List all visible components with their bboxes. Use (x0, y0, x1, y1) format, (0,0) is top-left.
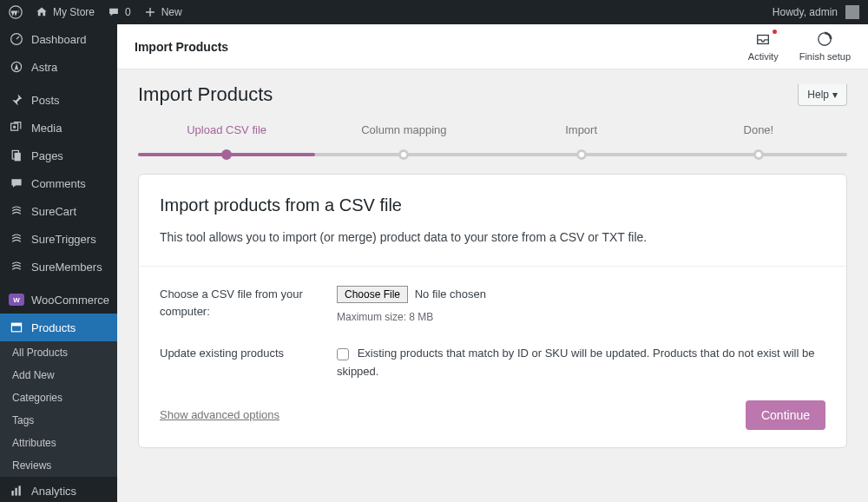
step-mapping: Column mapping (315, 123, 492, 149)
import-card: Import products from a CSV file This too… (138, 174, 847, 448)
sidebar-label: Posts (31, 94, 60, 107)
submenu-tags[interactable]: Tags (0, 409, 117, 432)
sidebar-item-dashboard[interactable]: Dashboard (0, 24, 117, 53)
help-tab[interactable]: Help ▾ (798, 84, 847, 106)
svg-rect-9 (15, 488, 16, 496)
step-dot-2 (398, 149, 409, 160)
howdy-label: Howdy, admin (773, 6, 838, 18)
submenu-reviews[interactable]: Reviews (0, 454, 117, 477)
site-name-link[interactable]: My Store (35, 5, 95, 19)
sidebar-item-analytics[interactable]: Analytics (0, 477, 117, 502)
sidebar-label: WooCommerce (31, 294, 109, 307)
sidebar-item-suretriggers[interactable]: SureTriggers (0, 225, 117, 253)
plus-icon (143, 5, 157, 19)
comment-icon (9, 175, 24, 191)
svg-rect-8 (11, 491, 13, 496)
woocommerce-icon: W (9, 292, 24, 307)
divider (139, 266, 846, 267)
sidebar-item-comments[interactable]: Comments (0, 169, 117, 197)
sidebar-label: Media (31, 122, 62, 135)
inbox-icon (755, 31, 771, 49)
suretriggers-icon (9, 231, 24, 247)
max-size-hint: Maximum size: 8 MB (337, 309, 825, 326)
pin-icon (9, 92, 24, 108)
header-title: Import Products (135, 40, 228, 54)
card-description: This tool allows you to import (or merge… (160, 228, 825, 247)
svg-point-3 (13, 126, 16, 129)
submenu-attributes[interactable]: Attributes (0, 432, 117, 454)
admin-bar: My Store 0 New Howdy, admin (0, 0, 868, 24)
step-dot-3 (576, 149, 587, 160)
sidebar-label: SureCart (31, 205, 76, 218)
sidebar-label: Analytics (31, 485, 76, 498)
submenu-all-products[interactable]: All Products (0, 341, 117, 364)
account-link[interactable]: Howdy, admin (773, 5, 859, 19)
products-icon (9, 320, 24, 335)
help-label: Help (807, 89, 829, 101)
sidebar-label: SureTriggers (31, 233, 96, 246)
site-name-label: My Store (53, 6, 95, 18)
card-title: Import products from a CSV file (160, 195, 825, 215)
comment-icon (107, 5, 121, 19)
svg-rect-10 (18, 485, 20, 495)
file-label: Choose a CSV file from your computer: (160, 286, 316, 326)
sidebar-item-media[interactable]: Media (0, 114, 117, 142)
choose-file-button[interactable]: Choose File (337, 286, 408, 303)
step-dot-4 (753, 149, 764, 160)
continue-button[interactable]: Continue (746, 400, 825, 430)
finish-setup-button[interactable]: Finish setup (799, 31, 851, 62)
admin-sidebar: Dashboard Astra Posts Media Pages Commen… (0, 24, 117, 502)
media-icon (9, 120, 24, 135)
show-advanced-link[interactable]: Show advanced options (160, 408, 279, 421)
sidebar-item-products[interactable]: Products (0, 314, 117, 341)
svg-rect-7 (11, 323, 21, 326)
sidebar-label: Pages (31, 149, 63, 162)
analytics-icon (9, 483, 24, 499)
submenu-categories[interactable]: Categories (0, 386, 117, 409)
sidebar-item-surecart[interactable]: SureCart (0, 197, 117, 225)
update-label: Update existing products (160, 345, 316, 381)
dashboard-icon (9, 31, 24, 47)
suremembers-icon (9, 259, 24, 274)
home-icon (35, 5, 49, 19)
step-upload: Upload CSV file (138, 123, 315, 149)
sidebar-item-suremembers[interactable]: SureMembers (0, 253, 117, 281)
update-description: Existing products that match by ID or SK… (337, 347, 814, 378)
products-submenu: All Products Add New Categories Tags Att… (0, 341, 117, 477)
update-existing-checkbox[interactable] (337, 348, 349, 360)
new-label: New (161, 6, 182, 18)
page-title: Import Products (138, 83, 273, 106)
content-area: Import Products Activity Finish setup Im… (117, 24, 868, 502)
surecart-icon (9, 203, 24, 219)
finish-label: Finish setup (799, 51, 851, 62)
sidebar-label: Dashboard (31, 33, 87, 46)
pages-icon (9, 148, 24, 163)
activity-label: Activity (748, 51, 779, 62)
step-dot-1 (221, 149, 232, 160)
wp-logo[interactable] (9, 5, 23, 19)
svg-rect-5 (15, 153, 21, 162)
file-status: No file chosen (415, 287, 486, 301)
sidebar-item-posts[interactable]: Posts (0, 86, 117, 114)
woocommerce-header: Import Products Activity Finish setup (117, 24, 868, 69)
comments-count: 0 (125, 6, 131, 18)
submenu-add-new[interactable]: Add New (0, 364, 117, 386)
wordpress-icon (9, 5, 23, 19)
activity-button[interactable]: Activity (748, 31, 779, 62)
notification-dot (773, 30, 777, 34)
import-stepper: Upload CSV file Column mapping Import Do… (117, 115, 868, 156)
new-link[interactable]: New (143, 5, 182, 19)
step-done: Done! (670, 123, 847, 149)
sidebar-label: Products (31, 321, 76, 334)
sidebar-item-astra[interactable]: Astra (0, 53, 117, 81)
stepper-track (138, 153, 847, 156)
comments-link[interactable]: 0 (107, 5, 131, 19)
sidebar-label: Astra (31, 61, 57, 74)
avatar-icon (845, 5, 859, 19)
chevron-down-icon: ▾ (832, 89, 838, 101)
sidebar-item-pages[interactable]: Pages (0, 142, 117, 169)
sidebar-label: SureMembers (31, 261, 102, 274)
progress-icon (817, 31, 832, 49)
sidebar-item-woocommerce[interactable]: W WooCommerce (0, 286, 117, 314)
step-import: Import (493, 123, 670, 149)
